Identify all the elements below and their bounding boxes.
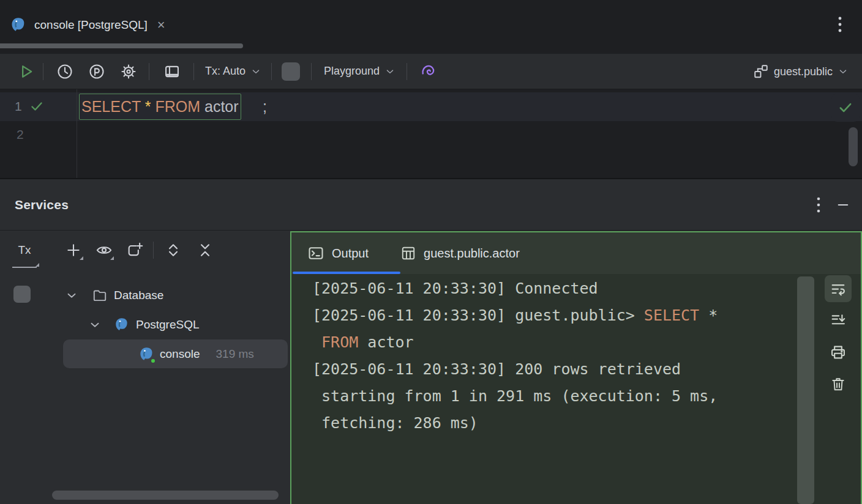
executed-statement-box: SELECT * FROM actor	[79, 94, 241, 120]
statement-semicolon: ;	[263, 94, 267, 120]
tab-grid-label: guest.public.actor	[424, 246, 520, 261]
file-tab-title: console [PostgreSQL]	[34, 18, 148, 32]
trash-icon	[830, 376, 846, 392]
chevron-down-icon[interactable]	[65, 289, 78, 302]
services-header: Services	[0, 179, 862, 231]
editor-tab-bar: console [PostgreSQL] ×	[0, 0, 862, 48]
console-line: [2025-06-11 20:33:30] 200 rows retrieved	[312, 356, 802, 383]
gutter-separator	[77, 89, 77, 178]
tab-grid-result[interactable]: guest.public.actor	[400, 232, 520, 274]
scroll-to-end-icon	[830, 312, 847, 329]
app-window: console [PostgreSQL] ×	[0, 0, 862, 504]
hide-tool-window-icon[interactable]	[836, 198, 850, 212]
output-scrollbar[interactable]	[797, 276, 814, 504]
console-line: [2025-06-11 20:33:30] Connected	[312, 275, 802, 302]
clear-output-button[interactable]	[825, 371, 852, 398]
add-tab-icon	[126, 242, 143, 259]
collapse-all-icon	[197, 242, 213, 258]
output-tab-bar: Output guest.public.actor	[291, 232, 861, 274]
settings-gear-icon[interactable]	[116, 63, 141, 80]
chevron-down-icon	[384, 66, 395, 77]
console-exec-time: 319 ms	[216, 347, 254, 361]
tab-output[interactable]: Output	[307, 232, 369, 274]
services-options-kebab-icon[interactable]	[817, 196, 820, 213]
chevron-down-icon[interactable]	[88, 318, 102, 332]
parameters-icon[interactable]	[84, 63, 110, 80]
in-editor-results-icon[interactable]	[159, 63, 185, 80]
chevron-down-icon	[838, 66, 849, 77]
table-icon	[400, 245, 416, 261]
schema-label: guest.public	[774, 65, 833, 78]
printer-icon	[830, 344, 847, 361]
console-line: fetching: 286 ms)	[312, 410, 802, 437]
postgresql-icon	[10, 17, 27, 34]
schema-switcher-dropdown[interactable]: guest.public	[753, 54, 849, 89]
line-number: 2	[17, 127, 24, 141]
run-button[interactable]	[15, 63, 38, 80]
postgresql-icon	[114, 317, 130, 333]
soft-wrap-icon	[830, 280, 847, 297]
statement-executed-check-icon[interactable]	[29, 99, 44, 114]
tab-output-label: Output	[332, 246, 369, 261]
tx-filter-tab[interactable]: Tx	[11, 232, 38, 268]
services-tool-window: Services Tx	[0, 178, 862, 504]
file-tab-console-postgresql[interactable]: console [PostgreSQL] ×	[10, 9, 168, 42]
sql-statement: SELECT * FROM actor	[81, 94, 239, 120]
tree-row-console[interactable]: console 319 ms	[138, 339, 254, 369]
playground-label: Playground	[324, 65, 380, 78]
chevron-down-icon	[250, 66, 261, 77]
console-toolbar: Tx: Auto Playground guest.public	[0, 54, 862, 89]
scroll-to-end-button[interactable]	[825, 307, 852, 334]
tree-row-database[interactable]: Database	[65, 281, 163, 310]
services-title: Services	[15, 198, 69, 212]
tab-close-icon[interactable]: ×	[155, 17, 168, 33]
editor-scrollbar[interactable]	[849, 127, 858, 166]
tree-label-console: console	[160, 347, 200, 361]
tx-mode-label: Tx: Auto	[205, 65, 245, 78]
services-tree-toolbar: Tx	[0, 231, 290, 270]
console-line: [2025-06-11 20:33:30] guest.public> SELE…	[312, 302, 802, 329]
line-number: 1	[15, 99, 22, 114]
tx-filter-underline	[12, 267, 37, 268]
open-in-new-tab-button[interactable]	[124, 239, 146, 261]
expand-all-button[interactable]	[162, 239, 184, 261]
tx-filter-label: Tx	[18, 243, 31, 257]
add-service-button[interactable]	[62, 239, 84, 261]
connected-dot	[150, 358, 156, 364]
folder-icon	[92, 287, 108, 303]
tree-label-postgresql: PostgreSQL	[136, 318, 200, 332]
console-line: starting from 1 in 291 ms (execution: 5 …	[312, 383, 802, 410]
output-actions-column	[815, 275, 861, 398]
terminal-icon	[307, 245, 324, 262]
tx-mode-dropdown[interactable]: Tx: Auto	[205, 65, 261, 78]
window-options-kebab-icon[interactable]	[831, 13, 849, 35]
tree-horizontal-scrollbar[interactable]	[52, 491, 279, 500]
service-status-square	[13, 286, 31, 303]
history-icon[interactable]	[52, 63, 78, 80]
output-panel: Output guest.public.actor [2025-06-11 20…	[290, 231, 862, 504]
console-output-log[interactable]: [2025-06-11 20:33:30] Connected[2025-06-…	[312, 275, 802, 437]
schema-icon	[753, 64, 769, 80]
print-button[interactable]	[825, 339, 852, 366]
sql-editor[interactable]: 1 2 SELECT * FROM actor ;	[0, 89, 862, 178]
tab-bar-scrollbar[interactable]	[0, 43, 243, 48]
soft-wrap-button[interactable]	[825, 275, 852, 302]
collapse-all-button[interactable]	[194, 239, 216, 261]
console-line: FROM actor	[312, 329, 802, 356]
view-mode-button[interactable]	[93, 239, 115, 261]
ai-assistant-icon[interactable]	[417, 62, 443, 81]
tree-row-postgresql[interactable]: PostgreSQL	[88, 310, 200, 339]
stop-button	[282, 62, 300, 81]
expand-all-icon	[165, 242, 181, 258]
playground-dropdown[interactable]: Playground	[324, 65, 395, 78]
selected-tab-underline	[293, 272, 400, 274]
tree-label-database: Database	[114, 289, 163, 302]
inspection-status-widget[interactable]	[831, 94, 860, 122]
